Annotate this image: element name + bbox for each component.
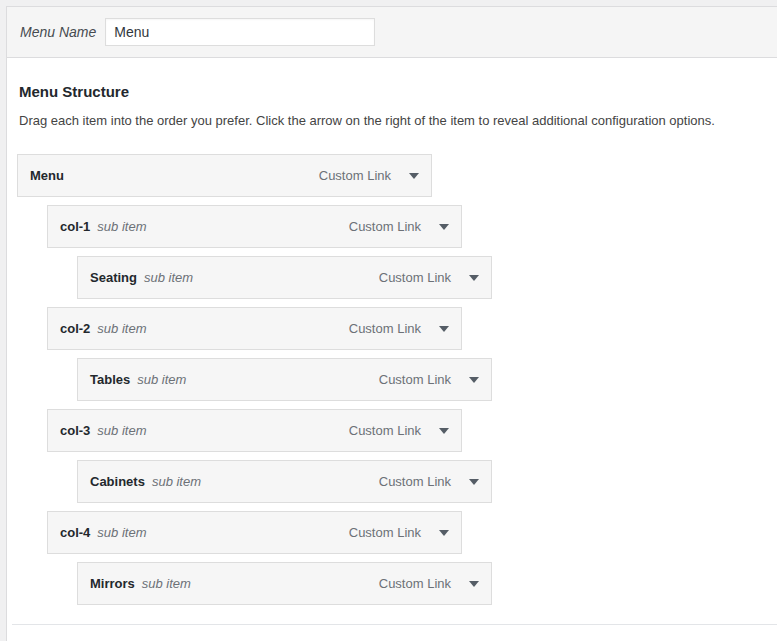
menu-item[interactable]: Seating sub item Custom Link xyxy=(77,256,492,299)
menu-item[interactable]: Cabinets sub item Custom Link xyxy=(77,460,492,503)
menu-item-type-label: Custom Link xyxy=(379,372,451,387)
expand-item-button[interactable] xyxy=(407,169,421,183)
menu-item[interactable]: Tables sub item Custom Link xyxy=(77,358,492,401)
menu-item-type-label: Custom Link xyxy=(379,576,451,591)
chevron-down-icon xyxy=(439,326,449,332)
chevron-down-icon xyxy=(469,377,479,383)
menu-item[interactable]: col-2 sub item Custom Link xyxy=(47,307,462,350)
menu-item-type-label: Custom Link xyxy=(319,168,391,183)
menu-editor-panel: Menu Name Menu Structure Drag each item … xyxy=(6,6,777,641)
menu-item-controls: Custom Link xyxy=(349,321,451,336)
menu-item[interactable]: col-3 sub item Custom Link xyxy=(47,409,462,452)
menu-item-title: col-1 xyxy=(60,219,90,234)
menu-structure-section: Menu Structure Drag each item into the o… xyxy=(7,58,777,641)
expand-item-button[interactable] xyxy=(437,424,451,438)
menu-item-type-label: Custom Link xyxy=(349,219,421,234)
menu-name-bar: Menu Name xyxy=(7,7,777,58)
menu-item-controls: Custom Link xyxy=(349,525,451,540)
chevron-down-icon xyxy=(439,428,449,434)
menu-item-controls: Custom Link xyxy=(349,219,451,234)
menu-item-type-label: Custom Link xyxy=(379,474,451,489)
menu-item-type-label: Custom Link xyxy=(349,321,421,336)
menu-item-subitem-label: sub item xyxy=(97,321,146,336)
menu-item-controls: Custom Link xyxy=(379,474,481,489)
menu-item-type-label: Custom Link xyxy=(349,423,421,438)
menu-item[interactable]: col-1 sub item Custom Link xyxy=(47,205,462,248)
menu-item-controls: Custom Link xyxy=(349,423,451,438)
menu-item-title: Tables xyxy=(90,372,130,387)
menu-item-list: Menu Custom Link col-1 sub item Custom L… xyxy=(19,154,777,605)
expand-item-button[interactable] xyxy=(437,322,451,336)
menu-item-title: Menu xyxy=(30,168,64,183)
expand-item-button[interactable] xyxy=(467,373,481,387)
menu-item-subitem-label: sub item xyxy=(152,474,201,489)
expand-item-button[interactable] xyxy=(467,577,481,591)
expand-item-button[interactable] xyxy=(467,271,481,285)
menu-item-subitem-label: sub item xyxy=(142,576,191,591)
menu-item-subitem-label: sub item xyxy=(97,219,146,234)
menu-name-input[interactable] xyxy=(105,18,375,46)
menu-structure-title: Menu Structure xyxy=(19,83,777,100)
menu-item-subitem-label: sub item xyxy=(144,270,193,285)
menu-item-title: col-3 xyxy=(60,423,90,438)
menu-item-subitem-label: sub item xyxy=(137,372,186,387)
menu-item[interactable]: Mirrors sub item Custom Link xyxy=(77,562,492,605)
chevron-down-icon xyxy=(439,224,449,230)
expand-item-button[interactable] xyxy=(437,526,451,540)
menu-item-type-label: Custom Link xyxy=(379,270,451,285)
menu-item[interactable]: col-4 sub item Custom Link xyxy=(47,511,462,554)
menu-item-type-label: Custom Link xyxy=(349,525,421,540)
menu-item-title: Cabinets xyxy=(90,474,145,489)
chevron-down-icon xyxy=(439,530,449,536)
menu-item-controls: Custom Link xyxy=(379,576,481,591)
menu-item-controls: Custom Link xyxy=(379,270,481,285)
menu-item-title: col-2 xyxy=(60,321,90,336)
menu-item-title: Mirrors xyxy=(90,576,135,591)
menu-item-title: col-4 xyxy=(60,525,90,540)
menu-name-label: Menu Name xyxy=(20,24,96,40)
expand-item-button[interactable] xyxy=(467,475,481,489)
expand-item-button[interactable] xyxy=(437,220,451,234)
menu-item-controls: Custom Link xyxy=(379,372,481,387)
section-divider xyxy=(12,624,777,641)
chevron-down-icon xyxy=(469,581,479,587)
menu-item-controls: Custom Link xyxy=(319,168,421,183)
menu-item[interactable]: Menu Custom Link xyxy=(17,154,432,197)
chevron-down-icon xyxy=(469,479,479,485)
menu-item-title: Seating xyxy=(90,270,137,285)
menu-structure-description: Drag each item into the order you prefer… xyxy=(19,112,777,129)
menu-item-subitem-label: sub item xyxy=(97,525,146,540)
chevron-down-icon xyxy=(409,173,419,179)
chevron-down-icon xyxy=(469,275,479,281)
menu-item-subitem-label: sub item xyxy=(97,423,146,438)
